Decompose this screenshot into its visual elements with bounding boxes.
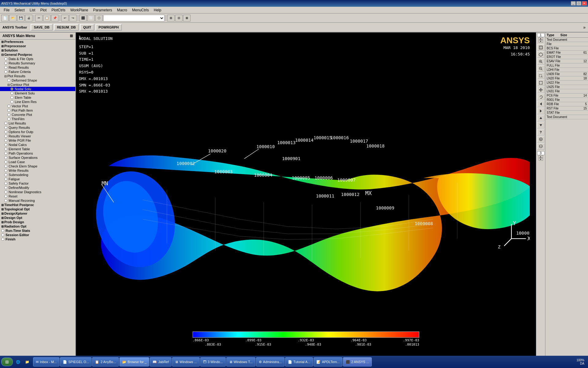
file-row-stat[interactable]: STAT File [545, 111, 588, 115]
sidebar-collapse-icon[interactable]: ⊞ [70, 34, 73, 38]
taskbar-administra[interactable]: ⚙ Administra... [256, 357, 285, 366]
file-row-emat[interactable]: EMAT File 61 [545, 51, 588, 55]
close-btn[interactable]: ✕ [582, 1, 587, 6]
tb-paste[interactable]: 📌 [51, 15, 58, 21]
sidebar-item-deformed-shape[interactable]: Deformed Shape [0, 78, 75, 82]
sidebar-item-fatigue[interactable]: Fatigue [0, 177, 75, 181]
tb-undo[interactable]: ↩ [61, 15, 69, 21]
file-row-file[interactable]: File [545, 42, 588, 46]
rsi-btn-zoom-out[interactable] [537, 65, 545, 72]
sidebar-item-radiation-opt[interactable]: ⊞ Radiation Opt [0, 224, 75, 228]
menu-file[interactable]: File [1, 7, 12, 13]
menu-list[interactable]: List [27, 7, 38, 13]
menu-select[interactable]: Select [12, 7, 27, 13]
btn-resum-db[interactable]: RESUM_DB [54, 24, 79, 31]
taskbar-3windows[interactable]: 🗔 3 Windo... [200, 357, 226, 366]
ansys-toolbar-expand-icon[interactable]: » [583, 25, 586, 30]
rsi-btn-prev[interactable] [537, 101, 545, 107]
rsi-btn-zoom-in[interactable] [537, 58, 545, 65]
sidebar-item-reset[interactable]: Reset [0, 194, 75, 198]
sidebar-item-solution[interactable]: ⊞ Solution [0, 48, 75, 52]
taskbar-ansys[interactable]: ⬛ 2 ANSYS ... [343, 357, 372, 366]
sidebar-item-results-viewer[interactable]: Results Viewer [0, 134, 75, 138]
sidebar-item-read-results[interactable]: Read Results [0, 65, 75, 70]
btn-quit[interactable]: QUIT [80, 24, 94, 31]
rsi-btn-next[interactable] [537, 108, 545, 114]
taskbar-anybo[interactable]: 📋 2 AnyBo... [92, 357, 119, 366]
viewport[interactable]: 1 ANSYS MAR 18 2010 16:50:45 NODAL SOLUT… [76, 33, 536, 356]
spin-bottom-input[interactable] [537, 151, 545, 155]
sidebar-item-nodal-solu[interactable]: Nodal Solu [0, 87, 75, 91]
rsi-btn-help[interactable]: ? [537, 129, 545, 136]
tb-copy[interactable]: 📋 [43, 15, 51, 21]
file-row-rdb[interactable]: RDB File 5 [545, 102, 588, 106]
tb-b5[interactable]: ⊟ [175, 15, 183, 21]
file-row-ln20[interactable]: LN20 File 18 [545, 76, 588, 81]
tb-new[interactable]: 📄 [1, 15, 9, 21]
rsi-btn-view1[interactable] [537, 44, 545, 51]
file-row-bcs[interactable]: BCS File [545, 46, 588, 51]
file-row-pc6[interactable]: PC6 File 14 [545, 94, 588, 98]
tb-save[interactable]: 💾 [17, 15, 24, 21]
file-row-ln22[interactable]: LN22 File [545, 81, 588, 85]
sidebar-item-element-solu[interactable]: Element Solu [0, 91, 75, 95]
menu-plotctrls[interactable]: PlotCtrls [49, 7, 68, 13]
tb-open[interactable]: 📂 [9, 15, 17, 21]
rsi-btn-pan[interactable] [537, 86, 545, 93]
sidebar-item-manual-rezoning[interactable]: Manual Rezoning [0, 198, 75, 203]
file-row-r001[interactable]: R001 File [545, 98, 588, 102]
btn-save-db[interactable]: SAVE_DB [31, 24, 52, 31]
tb-print[interactable]: 🖨 [25, 15, 32, 21]
taskbar-ie-icon[interactable]: 🌐 [13, 357, 22, 366]
file-row-text-doc-2[interactable]: Text Document [545, 115, 588, 119]
sidebar-item-query-results[interactable]: Query Results [0, 125, 75, 130]
tb-b6[interactable]: ⊠ [183, 15, 190, 21]
spin-input[interactable] [537, 33, 545, 37]
rsi-btn-up[interactable] [537, 115, 545, 121]
file-row-rst[interactable]: RST File 15 [545, 106, 588, 111]
sidebar-item-plot-path-item[interactable]: Plot Path Item [0, 108, 75, 113]
sidebar-item-topological-opt[interactable]: ⊞ Topological Opt [0, 207, 75, 211]
btn-powrgrph[interactable]: POWRGRPH [96, 24, 122, 31]
sidebar-item-submodeling[interactable]: Submodeling [0, 173, 75, 177]
rsi-btn-rotate[interactable] [537, 94, 545, 100]
taskbar-jabref[interactable]: 📖 JabRef [150, 357, 172, 366]
taskbar-spiegel[interactable]: 📄 SPIEGEL O... [60, 357, 92, 366]
start-button[interactable]: ⊞ [1, 358, 13, 366]
sidebar-item-surface-operations[interactable]: Surface Operations [0, 155, 75, 160]
sidebar-item-check-elem-shape[interactable]: Check Elem Shape [0, 164, 75, 168]
tb-cut[interactable]: ✂ [35, 15, 43, 21]
sidebar-item-elem-table[interactable]: Elem Table [0, 95, 75, 100]
sidebar-item-write-pgr-file[interactable]: Write PGR File [0, 138, 75, 143]
rsi-btn-down[interactable] [537, 122, 545, 128]
file-row-erot[interactable]: EROT File [545, 55, 588, 59]
file-row-esav[interactable]: ESAV File 12 [545, 59, 588, 63]
tb-b4[interactable]: ⊞ [167, 15, 175, 21]
sidebar-item-thinfilm[interactable]: ThinFilm [0, 117, 75, 121]
menu-plot[interactable]: Plot [38, 7, 49, 13]
tb-b2[interactable]: ⬜ [87, 15, 95, 21]
sidebar-item-nonlinear-diagnostics[interactable]: Nonlinear Diagnostics [0, 190, 75, 194]
file-row-ldhi[interactable]: LDHI File [545, 68, 588, 72]
sidebar-item-failure-criteria[interactable]: Failure Criteria [0, 70, 75, 74]
taskbar-tutorial[interactable]: 📄 Tutorial A... [285, 357, 313, 366]
sidebar-item-plot-results[interactable]: ⊟ Plot Results [0, 74, 75, 78]
sidebar-item-preferences[interactable]: ⊞ Preferences [0, 40, 75, 44]
tb-redo[interactable]: ↪ [69, 15, 77, 21]
sidebar-item-nodal-calcs[interactable]: Nodal Calcs [0, 143, 75, 147]
sidebar-item-results-summary[interactable]: Results Summary [0, 61, 75, 65]
sidebar-item-define-modify[interactable]: Define/Modify [0, 186, 75, 190]
sidebar-item-finish[interactable]: Finish [0, 237, 75, 241]
sidebar-item-session-editor[interactable]: Session Editor [0, 233, 75, 237]
taskbar-apdl[interactable]: 📝 APDLTem... [314, 357, 342, 366]
taskbar-windows-t[interactable]: 🖥 Windows T... [226, 357, 255, 366]
menu-menuctrls[interactable]: MenuCtrls [130, 7, 151, 13]
spin-b-down[interactable]: ▼ [539, 158, 543, 161]
sidebar-item-prob-design[interactable]: ⊞ Prob Design [0, 220, 75, 224]
sidebar-item-line-elem-res[interactable]: Line Elem Res [0, 100, 75, 104]
sidebar-item-safety-factor[interactable]: Safety Factor [0, 181, 75, 186]
sidebar-item-concrete-plot[interactable]: Concrete Plot [0, 113, 75, 117]
taskbar-inbox[interactable]: ✉ Inbox - M... [33, 357, 59, 366]
file-row-ln31[interactable]: LN31 File [545, 89, 588, 94]
menu-parameters[interactable]: Parameters [91, 7, 115, 13]
